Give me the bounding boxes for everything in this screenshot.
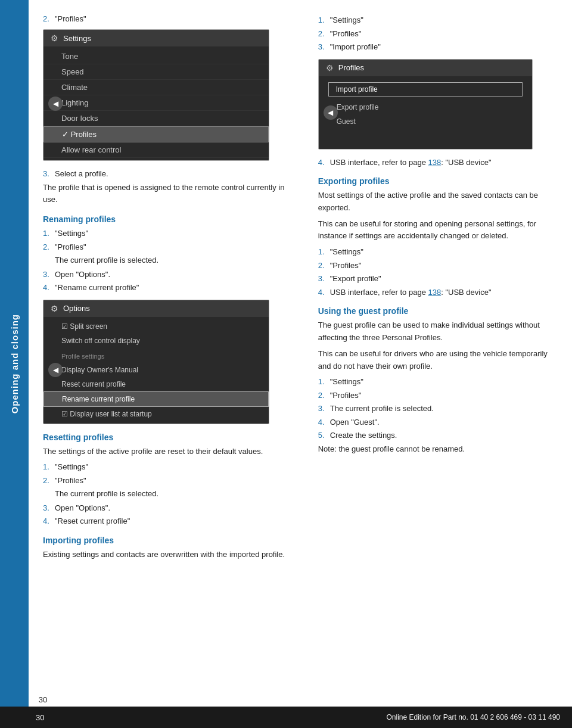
export-page-link: 138 <box>428 288 441 297</box>
renaming-sub2: The current profile is selected. <box>55 254 300 266</box>
reset-step-2: 2. "Profiles" <box>43 475 300 487</box>
step-3-num: 3. <box>43 168 52 180</box>
settings-header: ⚙ Settings <box>43 30 269 46</box>
step-2-profiles: 2. "Profiles" <box>43 14 300 23</box>
import-icon: ⚙ <box>326 63 334 73</box>
export-step-2: 2. "Profiles" <box>318 260 558 272</box>
export-profile-item: Export profile <box>319 100 532 114</box>
r-step3-text: Open "Options". <box>55 269 110 281</box>
guest-note: Note: the guest profile cannot be rename… <box>318 443 558 456</box>
options-nav-button: ◀ <box>48 363 63 377</box>
import-screenshot: ⚙ Profiles ◀ Import profile Export profi… <box>318 59 533 150</box>
footer-page: 30 <box>36 713 44 722</box>
settings-gear-icon: ⚙ <box>51 33 58 43</box>
exporting-para1: Most settings of the active profile and … <box>318 189 558 214</box>
menu-climate: Climate <box>43 80 269 95</box>
r-step4-num: 4. <box>43 282 52 294</box>
renaming-step-2: 2. "Profiles" <box>43 241 300 253</box>
guest-para1: The guest profile can be used to make in… <box>318 319 558 344</box>
export-step4-end: : "USB device" <box>441 288 491 297</box>
nav-left-button: ◀ <box>48 97 63 111</box>
guest-step-4: 4. Open "Guest". <box>318 416 558 428</box>
opt-reset-profile: Reset current profile <box>43 377 269 391</box>
sidebar-label: Opening and closing <box>10 314 20 413</box>
opt-profile-settings-label: Profile settings <box>43 348 269 363</box>
r-step1-num: 1. <box>43 228 52 239</box>
guest-profile-heading: Using the guest profile <box>318 306 558 316</box>
reset-step-3: 3. Open "Options". <box>43 502 300 514</box>
step-2-text: "Profiles" <box>55 14 86 23</box>
export-step-4: 4. USB interface, refer to page 138: "US… <box>318 287 558 298</box>
options-screenshot: ⚙ Options ◀ Split screen Switch off cont… <box>43 300 269 424</box>
export-step-1: 1. "Settings" <box>318 246 558 258</box>
import-step-4: 4. USB interface, refer to page 138: "US… <box>318 157 558 169</box>
import-nav-button: ◀ <box>324 105 338 120</box>
left-column: 2. "Profiles" ⚙ Settings ◀ Tone Speed Cl… <box>43 14 312 565</box>
resetting-heading: Resetting profiles <box>43 433 300 442</box>
r-step4-text: "Rename current profile" <box>55 282 139 294</box>
opt-display-manual: Display Owner's Manual <box>43 363 269 377</box>
reset-step-4: 4. "Reset current profile" <box>43 515 300 527</box>
exporting-heading: Exporting profiles <box>318 176 558 186</box>
reset-step-1: 1. "Settings" <box>43 461 300 473</box>
menu-allow-rear: Allow rear control <box>43 142 269 158</box>
para-profile-assigned: The profile that is opened is assigned t… <box>43 182 300 207</box>
menu-lighting: Lighting <box>43 95 269 111</box>
guest-step-2: 2. "Profiles" <box>318 390 558 402</box>
menu-speed: Speed <box>43 64 269 80</box>
renaming-step-3: 3. Open "Options". <box>43 269 300 281</box>
options-title: Options <box>63 304 90 313</box>
opt-switch-off: Switch off control display <box>43 334 269 348</box>
opt-display-userlist: Display user list at startup <box>43 407 269 421</box>
menu-profiles-selected: Profiles <box>43 126 269 142</box>
import-title: Profiles <box>338 63 364 72</box>
renaming-heading: Renaming profiles <box>43 214 300 224</box>
opt-split-screen: Split screen <box>43 319 269 334</box>
step-3: 3. Select a profile. <box>43 168 300 180</box>
menu-tone: Tone <box>43 49 269 64</box>
guest-step-3: 3. The current profile is selected. <box>318 403 558 415</box>
footer: 30 Online Edition for Part no. 01 40 2 6… <box>0 707 572 728</box>
renaming-step-1: 1. "Settings" <box>43 228 300 239</box>
r-step2-num: 2. <box>43 241 52 253</box>
step-3-text: Select a profile. <box>55 168 108 180</box>
r-step3-num: 3. <box>43 269 52 281</box>
import-step4-end: : "USB device" <box>441 158 491 167</box>
guest-para2: This can be useful for drivers who are u… <box>318 348 558 373</box>
import-profile-item: Import profile <box>328 82 523 97</box>
footer-text: Online Edition for Part no. 01 40 2 606 … <box>386 713 560 721</box>
r-step1-text: "Settings" <box>55 228 88 239</box>
import-step-1: 1. "Settings" <box>318 14 558 26</box>
r-step2-text: "Profiles" <box>55 241 86 253</box>
options-header: ⚙ Options <box>43 300 269 317</box>
opt-rename-profile: Rename current profile <box>43 391 269 407</box>
menu-doorlocks: Door locks <box>43 111 269 126</box>
exporting-para2: This can be useful for storing and openi… <box>318 218 558 243</box>
guest-item: Guest <box>319 114 532 129</box>
import-header: ⚙ Profiles <box>319 60 532 76</box>
right-column: 1. "Settings" 2. "Profiles" 3. "Import p… <box>312 14 558 565</box>
settings-screenshot: ⚙ Settings ◀ Tone Speed Climate Lighting… <box>43 29 269 161</box>
options-gear-icon: ⚙ <box>51 304 58 313</box>
guest-step-1: 1. "Settings" <box>318 376 558 388</box>
resetting-para: The settings of the active profile are r… <box>43 446 300 458</box>
sidebar: Opening and closing <box>0 0 29 728</box>
importing-heading: Importing profiles <box>43 536 300 545</box>
settings-body: ◀ Tone Speed Climate Lighting Door locks… <box>43 46 269 160</box>
settings-title: Settings <box>63 34 91 43</box>
import-body: ◀ Import profile Export profile Guest <box>319 76 532 149</box>
step-2-num: 2. <box>43 14 52 23</box>
import-step-3: 3. "Import profile" <box>318 41 558 53</box>
reset-sub2: The current profile is selected. <box>55 488 300 500</box>
import-step-2: 2. "Profiles" <box>318 28 558 40</box>
export-step-3: 3. "Export profile" <box>318 273 558 285</box>
guest-step-5: 5. Create the settings. <box>318 430 558 441</box>
page-number: 30 <box>29 693 57 707</box>
import-page-link: 138 <box>428 158 441 167</box>
renaming-step-4: 4. "Rename current profile" <box>43 282 300 294</box>
options-body: ◀ Split screen Switch off control displa… <box>43 317 269 424</box>
importing-para: Existing settings and contacts are overw… <box>43 549 300 561</box>
